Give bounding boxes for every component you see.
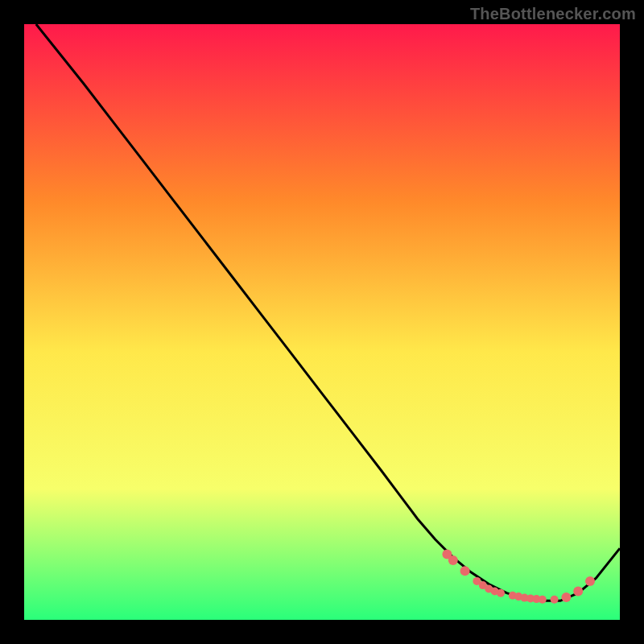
highlight-point (585, 576, 595, 586)
chart-frame: TheBottlenecker.com (0, 0, 644, 644)
highlight-point (448, 555, 458, 565)
watermark-text: TheBottlenecker.com (470, 5, 636, 23)
highlight-point (573, 587, 583, 597)
highlight-point (460, 566, 470, 576)
plot-area (24, 24, 620, 620)
highlight-point (551, 596, 559, 604)
gradient-background (24, 24, 620, 620)
highlight-point (539, 596, 547, 604)
highlight-point (561, 592, 571, 602)
highlight-point (497, 589, 505, 597)
chart-svg (24, 24, 620, 620)
